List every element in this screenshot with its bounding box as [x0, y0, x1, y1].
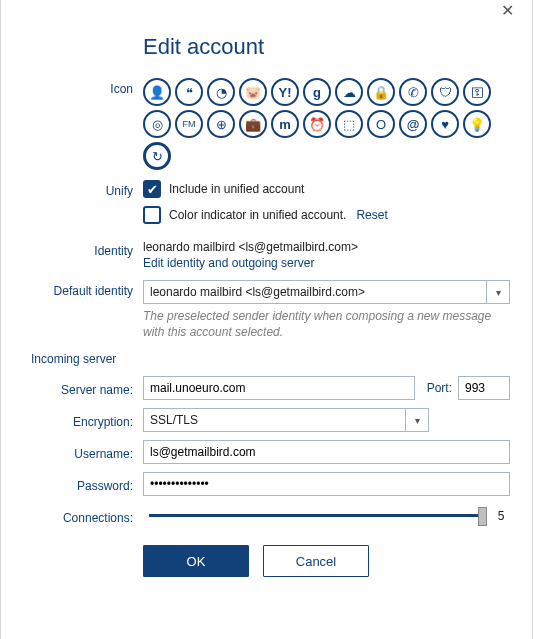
- label-server-name: Server name:: [1, 379, 143, 397]
- username-input[interactable]: [143, 440, 510, 464]
- default-identity-help: The preselected sender identity when com…: [143, 309, 510, 340]
- include-unified-label: Include in unified account: [169, 182, 304, 196]
- outlook-icon[interactable]: O: [367, 110, 395, 138]
- color-indicator-label: Color indicator in unified account.: [169, 208, 346, 222]
- icon-grid: 👤❝◔🐷Y!g☁🔒✆🛡⚿◎FM⊕💼m⏰⬚O@♥💡↻: [143, 78, 510, 170]
- password-input[interactable]: [143, 472, 510, 496]
- refresh-icon[interactable]: ↻: [143, 142, 171, 170]
- cancel-label: Cancel: [296, 554, 336, 569]
- key-icon[interactable]: ⚿: [463, 78, 491, 106]
- dialog-title: Edit account: [143, 34, 510, 60]
- label-default-identity: Default identity: [1, 280, 143, 298]
- encryption-select[interactable]: SSL/TLS ▾: [143, 408, 429, 432]
- port-input[interactable]: [458, 376, 510, 400]
- quote-icon[interactable]: ❝: [175, 78, 203, 106]
- circle-icon[interactable]: ◔: [207, 78, 235, 106]
- incoming-server-heading: Incoming server: [31, 352, 510, 366]
- label-connections: Connections:: [1, 507, 143, 525]
- label-password: Password:: [1, 475, 143, 493]
- label-icon: Icon: [1, 78, 143, 96]
- slider-thumb[interactable]: [478, 507, 487, 526]
- encryption-value: SSL/TLS: [150, 413, 198, 427]
- include-unified-checkbox[interactable]: ✔: [143, 180, 161, 198]
- color-indicator-checkbox[interactable]: [143, 206, 161, 224]
- reset-link[interactable]: Reset: [356, 208, 387, 222]
- edit-account-dialog: ✕ Edit account Icon 👤❝◔🐷Y!g☁🔒✆🛡⚿◎FM⊕💼m⏰⬚…: [0, 0, 533, 639]
- clock-icon[interactable]: ⏰: [303, 110, 331, 138]
- connections-value: 5: [492, 509, 510, 523]
- label-username: Username:: [1, 443, 143, 461]
- yahoo-icon[interactable]: Y!: [271, 78, 299, 106]
- at-icon[interactable]: @: [399, 110, 427, 138]
- label-port: Port:: [427, 381, 452, 395]
- ok-label: OK: [187, 554, 206, 569]
- briefcase-icon[interactable]: 💼: [239, 110, 267, 138]
- target-icon[interactable]: ◎: [143, 110, 171, 138]
- chevron-down-icon: ▾: [486, 281, 509, 303]
- label-unify: Unify: [1, 180, 143, 198]
- lock-icon[interactable]: 🔒: [367, 78, 395, 106]
- label-identity: Identity: [1, 240, 143, 258]
- piggy-icon[interactable]: 🐷: [239, 78, 267, 106]
- google-icon[interactable]: g: [303, 78, 331, 106]
- ok-button[interactable]: OK: [143, 545, 249, 577]
- bulb-icon[interactable]: 💡: [463, 110, 491, 138]
- person-icon[interactable]: 👤: [143, 78, 171, 106]
- m-icon[interactable]: m: [271, 110, 299, 138]
- phone-icon[interactable]: ✆: [399, 78, 427, 106]
- connections-slider[interactable]: [149, 514, 486, 517]
- edit-identity-link[interactable]: Edit identity and outgoing server: [143, 256, 314, 270]
- default-identity-select[interactable]: leonardo mailbird <ls@getmailbird.com> ▾: [143, 280, 510, 304]
- cancel-button[interactable]: Cancel: [263, 545, 369, 577]
- label-encryption: Encryption:: [1, 411, 143, 429]
- fm-icon[interactable]: FM: [175, 110, 203, 138]
- cube-icon[interactable]: ⬚: [335, 110, 363, 138]
- identity-value: leonardo mailbird <ls@getmailbird.com>: [143, 240, 510, 254]
- heart-icon[interactable]: ♥: [431, 110, 459, 138]
- close-icon[interactable]: ✕: [501, 4, 514, 18]
- cloud-icon[interactable]: ☁: [335, 78, 363, 106]
- shield-icon[interactable]: 🛡: [431, 78, 459, 106]
- server-name-input[interactable]: [143, 376, 415, 400]
- globe-icon[interactable]: ⊕: [207, 110, 235, 138]
- default-identity-value: leonardo mailbird <ls@getmailbird.com>: [150, 285, 365, 299]
- chevron-down-icon: ▾: [405, 409, 428, 431]
